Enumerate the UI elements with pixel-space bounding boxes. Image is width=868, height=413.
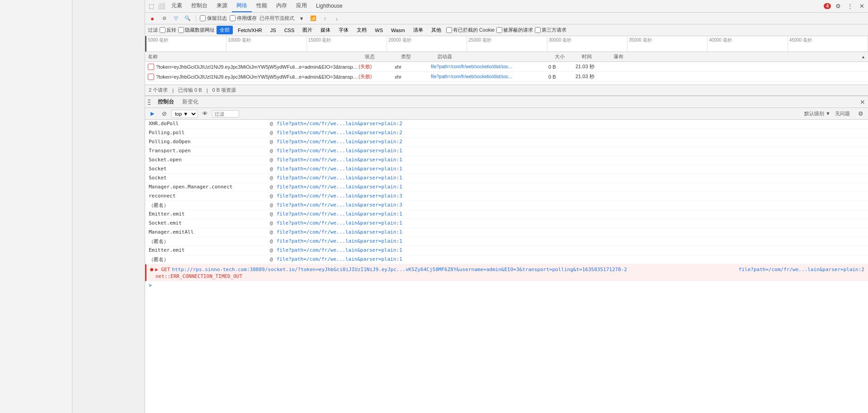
filter-css-button[interactable]: CSS [281, 27, 298, 34]
preserve-log-checkbox[interactable]: 保留日志 [200, 15, 227, 22]
blocked-cookies-input[interactable] [446, 27, 452, 33]
tab-application[interactable]: 应用 [292, 0, 311, 12]
filter-xhr-button[interactable]: Fetch/XHR [235, 27, 265, 34]
filter-manifest-button[interactable]: 清单 [410, 26, 426, 34]
filter-media-button[interactable]: 媒体 [317, 26, 334, 34]
third-party-input[interactable] [535, 27, 541, 33]
console-link[interactable]: file?path=/com/fr/we...lain&parser=plain… [277, 193, 402, 199]
download-icon[interactable]: ↓ [332, 14, 341, 23]
preserve-log-input[interactable] [200, 15, 206, 21]
invert-checkbox[interactable]: 反转 [160, 27, 176, 33]
tab-performance[interactable]: 性能 [252, 0, 272, 12]
table-row[interactable]: ?token=eyJhbGciOiJIUzI1NiJ9.eyJpc3MiOiJm… [145, 72, 868, 82]
filter-label: 过滤 [148, 27, 158, 33]
col-header-time[interactable]: 时间 [582, 53, 613, 60]
console-link[interactable]: file?path=/com/fr/we...lain&parser=plain… [277, 175, 402, 181]
col-header-size[interactable]: 大小 [555, 53, 582, 60]
col-header-name[interactable]: 名称 [148, 53, 365, 60]
console-link[interactable]: file?path=/com/fr/we...lain&parser=plain… [277, 184, 402, 190]
console-link[interactable]: file?path=/com/fr/we...lain&parser=plain… [277, 220, 402, 226]
invert-input[interactable] [160, 27, 165, 33]
stream-dropdown-icon[interactable]: ▼ [297, 14, 306, 23]
console-link[interactable]: file?path=/com/fr/we...lain&parser=plain… [277, 157, 402, 163]
eye-icon[interactable]: 👁 [200, 109, 209, 118]
console-link[interactable]: file?path=/com/fr/we...lain&parser=plain… [277, 121, 402, 127]
disable-cache-input[interactable] [230, 15, 236, 21]
record-button[interactable]: ● [148, 14, 157, 23]
blocked-requests-checkbox[interactable]: 被屏蔽的请求 [496, 27, 533, 33]
row-type-icon [148, 64, 154, 70]
more-icon[interactable]: ⋮ [845, 2, 854, 11]
error-right-link[interactable]: file?path=/com/fr/we...lain&parser=plain… [739, 267, 864, 272]
row-initiator[interactable]: file?path=/com/fr/web/socketio/dist/soc.… [431, 74, 548, 79]
console-link[interactable]: file?path=/com/fr/we...lain&parser=plain… [277, 148, 402, 154]
tab-sources[interactable]: 来源 [212, 0, 232, 12]
console-at: @ [270, 130, 273, 136]
tick-7: 40000 毫秒 [708, 36, 788, 52]
filter-ws-button[interactable]: WS [372, 27, 386, 34]
close-icon[interactable]: ✕ [857, 2, 866, 11]
console-toolbar: 控制台 新变化 ✕ [145, 96, 868, 108]
console-filter-input[interactable] [212, 110, 239, 117]
col-header-waterfall[interactable]: 瀑布 ▲ [613, 53, 865, 60]
col-header-type[interactable]: 类型 [401, 53, 437, 60]
col-header-status[interactable]: 状态 [365, 53, 401, 60]
filter-doc-button[interactable]: 文档 [354, 26, 370, 34]
table-header: 名称 状态 类型 启动器 大小 时间 瀑布 ▲ [145, 52, 868, 62]
filter-button[interactable]: ▽ [171, 14, 180, 23]
inspect-icon[interactable]: ⬚ [147, 2, 156, 11]
console-at: @ [270, 247, 273, 253]
console-link[interactable]: file?path=/com/fr/we...lain&parser=plain… [277, 166, 402, 172]
settings-icon[interactable]: ⚙ [834, 2, 843, 11]
hide-data-url-checkbox[interactable]: 隐藏数据网址 [178, 27, 215, 33]
console-link[interactable]: file?path=/com/fr/we...lain&parser=plain… [277, 247, 402, 253]
wifi-icon[interactable]: 📶 [309, 14, 318, 23]
third-party-checkbox[interactable]: 第三方请求 [535, 27, 566, 33]
disable-cache-checkbox[interactable]: 停用缓存 [230, 15, 257, 22]
tab-elements[interactable]: 元素 [167, 0, 187, 12]
row-initiator[interactable]: file?path=/com/fr/web/socketio/dist/soc.… [431, 64, 548, 69]
console-prompt-row[interactable]: > [145, 281, 868, 290]
console-settings-icon[interactable]: ⚙ [856, 109, 865, 118]
filter-js-button[interactable]: JS [267, 27, 279, 34]
console-play-icon[interactable]: ▶ [148, 109, 157, 118]
stop-button[interactable]: ⊘ [160, 14, 169, 23]
filter-all-button[interactable]: 全部 [217, 26, 233, 34]
console-close-button[interactable]: ✕ [860, 99, 865, 106]
filter-font-button[interactable]: 字体 [335, 26, 352, 34]
console-row: Socket.open @ file?path=/com/fr/we...lai… [145, 156, 868, 165]
hide-data-url-input[interactable] [178, 27, 184, 33]
default-level-selector[interactable]: 默认级别 ▼ [804, 110, 830, 117]
col-header-initiator[interactable]: 启动器 [437, 53, 555, 60]
filter-wasm-button[interactable]: Wasm [388, 27, 408, 34]
row-status: (失败) [359, 73, 395, 80]
console-link[interactable]: file?path=/com/fr/we...lain&parser=plain… [277, 139, 402, 145]
console-row: Polling.doOpen @ file?path=/com/fr/we...… [145, 138, 868, 147]
tab-memory[interactable]: 内存 [272, 0, 292, 12]
drag-handle[interactable] [148, 99, 151, 105]
console-link[interactable]: file?path=/com/fr/we...lain&parser=plain… [277, 256, 402, 262]
console-subtitle[interactable]: 新变化 [179, 98, 201, 106]
device-icon[interactable]: ⬜ [157, 2, 166, 11]
blocked-cookies-checkbox[interactable]: 有已拦截的 Cookie [446, 27, 495, 33]
tab-lighthouse[interactable]: Lighthouse [311, 1, 347, 12]
console-row: Socket @ file?path=/com/fr/we...lain&par… [145, 165, 868, 174]
console-link[interactable]: file?path=/com/fr/we...lain&parser=plain… [277, 229, 402, 235]
table-row[interactable]: ?token=eyJhbGciOiJIUzI1NiJ9.eyJpc3MiOiJm… [145, 62, 868, 72]
tab-network[interactable]: 网络 [232, 0, 252, 12]
tab-console[interactable]: 控制台 [187, 0, 212, 12]
upload-icon[interactable]: ↑ [321, 14, 330, 23]
no-issue-label[interactable]: 无问题 [835, 110, 850, 117]
console-stop-icon[interactable]: ⊘ [160, 109, 169, 118]
console-input[interactable] [154, 282, 864, 288]
console-link[interactable]: file?path=/com/fr/we...lain&parser=plain… [277, 211, 402, 217]
filter-other-button[interactable]: 其他 [428, 26, 444, 34]
level-selector[interactable]: top ▼ [171, 110, 198, 118]
console-link[interactable]: file?path=/com/fr/we...lain&parser=plain… [277, 202, 402, 208]
error-url-link[interactable]: http://rps.sinno-tech.com:38889/socket.i… [172, 267, 627, 272]
blocked-requests-input[interactable] [496, 27, 502, 33]
search-button[interactable]: 🔍 [183, 14, 192, 23]
console-link[interactable]: file?path=/com/fr/we...lain&parser=plain… [277, 238, 402, 244]
filter-img-button[interactable]: 图片 [299, 26, 316, 34]
console-link[interactable]: file?path=/com/fr/we...lain&parser=plain… [277, 130, 402, 136]
